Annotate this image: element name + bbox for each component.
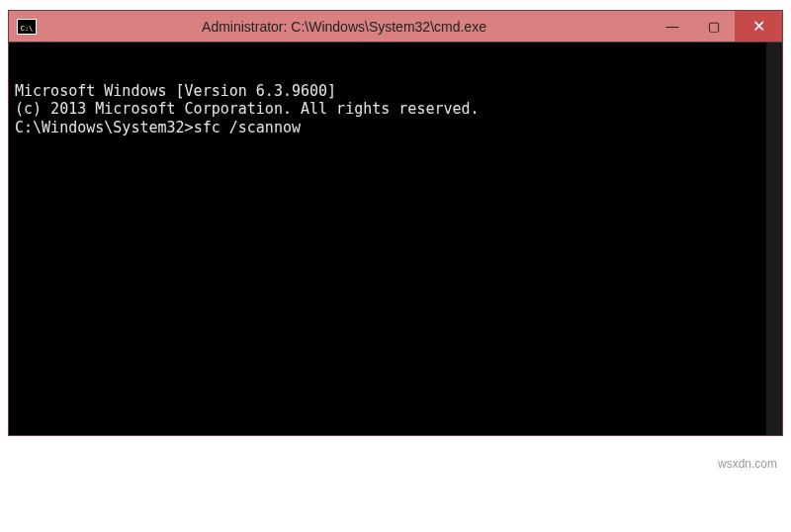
maximize-button[interactable]: ▢ (693, 11, 735, 42)
cmd-window: C:\ Administrator: C:\Windows\System32\c… (8, 10, 783, 436)
minimize-button[interactable]: — (652, 11, 693, 42)
terminal-area[interactable]: Microsoft Windows [Version 6.3.9600](c) … (9, 42, 782, 435)
terminal-prompt-line: C:\Windows\System32>sfc /scannow (15, 119, 776, 137)
titlebar[interactable]: C:\ Administrator: C:\Windows\System32\c… (9, 11, 782, 42)
vertical-scrollbar[interactable] (766, 43, 782, 435)
prompt: C:\Windows\System32> (15, 119, 194, 136)
window-controls: — ▢ ✕ (652, 11, 782, 42)
window-title: Administrator: C:\Windows\System32\cmd.e… (37, 19, 652, 35)
close-button[interactable]: ✕ (735, 11, 782, 42)
terminal-line: Microsoft Windows [Version 6.3.9600] (15, 82, 776, 101)
watermark: wsxdn.com (718, 457, 777, 471)
terminal-line: (c) 2013 Microsoft Corporation. All righ… (15, 100, 776, 119)
command-prompt-icon[interactable]: C:\ (17, 19, 37, 35)
command-text: sfc /scannow (194, 119, 301, 136)
